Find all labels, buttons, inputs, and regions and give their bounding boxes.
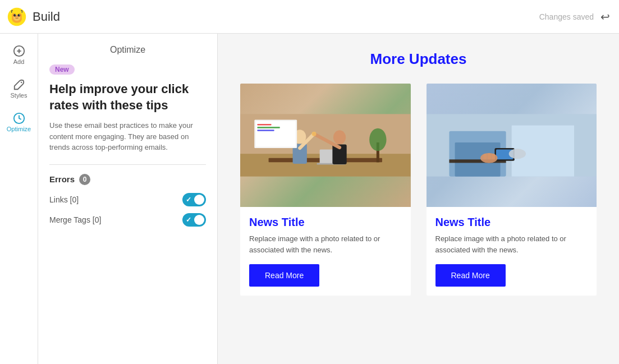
read-more-button-2[interactable]: Read More — [435, 264, 506, 287]
panel-divider — [49, 164, 206, 165]
svg-rect-32 — [257, 127, 279, 128]
svg-rect-43 — [483, 154, 487, 159]
svg-point-5 — [13, 14, 16, 17]
svg-point-8 — [19, 14, 20, 15]
sidebar-item-optimize-label: Optimize — [7, 126, 31, 132]
read-more-button-1[interactable]: Read More — [249, 264, 319, 287]
svg-rect-31 — [257, 124, 271, 126]
news-body-2: News Title Replace image with a photo re… — [427, 207, 597, 296]
svg-point-6 — [17, 14, 20, 17]
toggle-check-icon-2: ✓ — [186, 216, 191, 224]
optimize-description: Use these email best practices to make y… — [49, 120, 206, 153]
section-title: More Updates — [240, 50, 597, 68]
sidebar-item-add[interactable]: Add — [3, 39, 35, 71]
news-image-2 — [427, 84, 597, 207]
news-desc-2: Replace image with a photo related to or… — [435, 233, 588, 255]
news-card-2: News Title Replace image with a photo re… — [427, 84, 597, 296]
optimize-icon — [13, 112, 25, 125]
news-image-svg-2 — [427, 84, 597, 207]
icon-sidebar: Add Styles Optimize — [0, 34, 38, 364]
undo-icon[interactable]: ↩ — [600, 10, 610, 24]
toggle-check-icon: ✓ — [186, 196, 191, 204]
news-title-2: News Title — [435, 216, 588, 229]
errors-title: Errors 0 — [49, 174, 206, 185]
errors-section: Errors 0 Links [0] ✓ Merge Tags [0] ✓ — [49, 174, 206, 227]
sidebar-item-optimize[interactable]: Optimize — [3, 107, 35, 138]
links-toggle[interactable]: ✓ — [182, 193, 206, 206]
sidebar-item-styles-label: Styles — [11, 92, 27, 99]
errors-label: Errors — [49, 174, 75, 184]
new-badge: New — [49, 64, 75, 75]
header-right: Changes saved ↩ — [539, 10, 610, 24]
mailchimp-logo — [7, 7, 27, 27]
content-area: More Updates — [218, 34, 619, 364]
svg-point-26 — [311, 132, 316, 136]
check-row-merge-tags: Merge Tags [0] ✓ — [49, 213, 206, 227]
sidebar-item-styles[interactable]: Styles — [3, 73, 35, 104]
errors-count-badge: 0 — [79, 174, 90, 185]
page-title: Build — [33, 10, 60, 24]
sidebar-item-add-label: Add — [13, 58, 25, 65]
svg-point-23 — [333, 130, 346, 144]
svg-point-42 — [508, 149, 525, 159]
svg-line-13 — [21, 82, 22, 83]
main-layout: Add Styles Optimize Optimize New Help im… — [0, 34, 619, 364]
svg-point-7 — [15, 14, 15, 15]
merge-tags-check-label: Merge Tags [0] — [49, 215, 101, 224]
optimize-heading: Help improve your click rates with these… — [49, 81, 206, 113]
news-title-1: News Title — [249, 216, 402, 229]
news-body-1: News Title Replace image with a photo re… — [240, 207, 411, 296]
brush-icon — [13, 79, 25, 91]
optimize-panel: Optimize New Help improve your click rat… — [38, 34, 218, 364]
plus-circle-icon — [13, 45, 25, 57]
header: Build Changes saved ↩ — [0, 0, 619, 34]
svg-rect-45 — [492, 154, 495, 159]
svg-rect-33 — [257, 130, 274, 131]
check-row-links: Links [0] ✓ — [49, 193, 206, 206]
links-check-label: Links [0] — [49, 195, 79, 204]
changes-saved-status: Changes saved — [539, 12, 594, 21]
news-card-1: News Title Replace image with a photo re… — [240, 84, 411, 296]
optimize-panel-title: Optimize — [49, 45, 206, 55]
svg-point-28 — [369, 128, 386, 151]
news-desc-1: Replace image with a photo related to or… — [249, 233, 402, 255]
news-image-1 — [240, 84, 411, 207]
news-grid: News Title Replace image with a photo re… — [240, 84, 597, 296]
news-image-svg-1 — [240, 84, 411, 207]
merge-tags-toggle[interactable]: ✓ — [182, 213, 206, 227]
header-left: Build — [7, 7, 60, 27]
svg-rect-44 — [487, 153, 490, 159]
svg-point-9 — [16, 16, 19, 17]
